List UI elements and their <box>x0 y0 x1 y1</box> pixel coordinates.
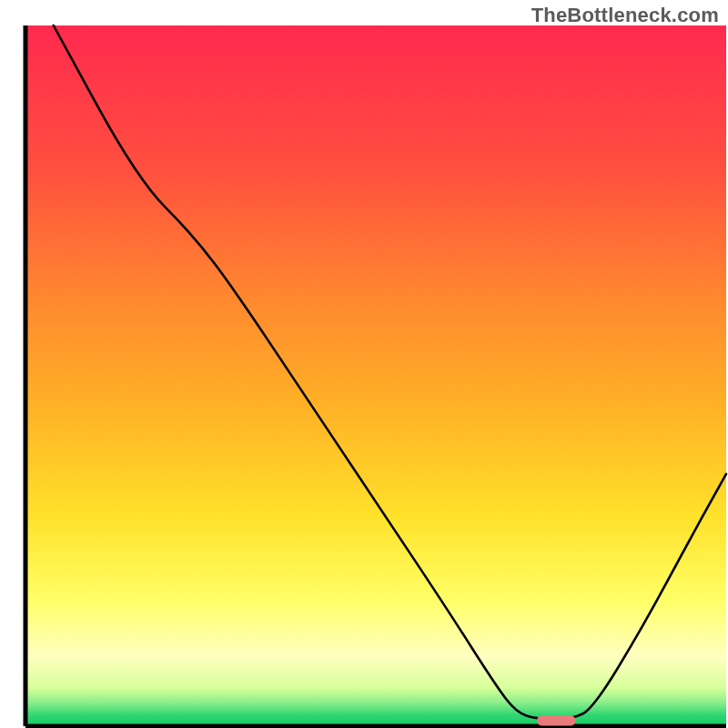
bottleneck-chart: TheBottleneck.com <box>0 0 728 728</box>
watermark-text: TheBottleneck.com <box>531 4 719 27</box>
optimal-marker <box>537 715 575 726</box>
gradient-background <box>25 25 726 726</box>
chart-svg <box>0 0 728 728</box>
